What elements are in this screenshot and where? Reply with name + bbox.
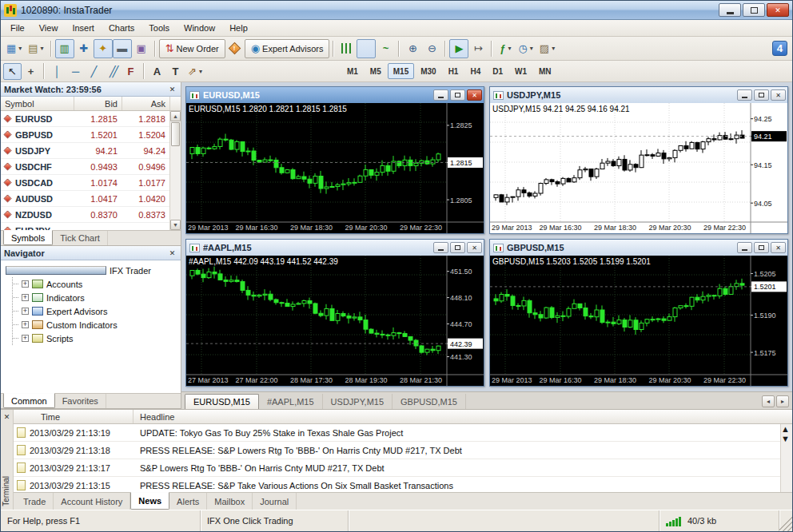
timeframe-h4[interactable]: H4 [464,63,486,79]
tab-symbols[interactable]: Symbols [3,230,53,245]
price-chart[interactable]: 94.2594.2194.1594.0529 Mar 201329 Mar 16… [490,103,787,233]
maximize-button[interactable] [743,3,765,17]
market-watch-row[interactable]: AUDUSD1.04171.0420 [1,191,169,207]
column-ask[interactable]: Ask [122,97,170,110]
expand-icon[interactable]: + [22,308,29,315]
news-row[interactable]: 2013/03/29 21:13:15PRESS RELEASE: S&P Ta… [14,477,780,492]
strategy-tester-button[interactable]: ▣ [132,39,151,58]
status-mode-text[interactable]: IFX One Click Trading [201,510,349,531]
chart-title-bar[interactable]: #AAPL,M15✕ [186,240,484,256]
tree-item-custom-indicators[interactable]: +Custom Indicators [13,318,179,332]
text-button[interactable]: A [148,63,166,80]
news-row[interactable]: 2013/03/29 21:13:18PRESS RELEASE: S&P Lo… [14,442,780,459]
bar-chart-button[interactable] [337,39,357,58]
auto-scroll-button[interactable]: ▶ [449,39,468,58]
tab-favorites[interactable]: Favorites [55,394,106,408]
chart-canvas[interactable]: 94.2594.2194.1594.0529 Mar 201329 Mar 16… [490,103,787,233]
tree-item-expert-advisors[interactable]: +Expert Advisors [13,304,179,318]
timeframe-w1[interactable]: W1 [509,63,532,79]
menu-window[interactable]: Window [177,22,222,34]
close-button[interactable]: ✕ [767,3,789,17]
chart-shift-button[interactable]: ↦ [468,39,488,58]
expand-icon[interactable]: + [22,335,29,342]
chart-tab-usdjpy-m15[interactable]: USDJPY,M15 [323,394,393,409]
expand-icon[interactable]: + [22,321,29,328]
tab-tick-chart[interactable]: Tick Chart [53,231,108,245]
timeframe-h1[interactable]: H1 [443,63,464,79]
new-chart-button[interactable]: ▦▾ [3,39,25,58]
chart-canvas[interactable]: 1.28251.28151.280529 Mar 201329 Mar 16:3… [186,103,484,233]
chart-minimize-button[interactable] [433,89,448,101]
market-watch-row[interactable]: EURJPY [1,223,169,230]
trendline-button[interactable]: ╱ [85,63,103,80]
new-order-button[interactable]: ⇅New Order [159,39,225,58]
tree-item-indicators[interactable]: +Indicators [13,291,179,304]
line-chart-button[interactable]: ~ [376,39,395,58]
notifications-button[interactable]: 4 [772,41,787,56]
terminal-close-icon[interactable]: ✕ [2,411,12,422]
market-watch-row[interactable]: NZDUSD0.83700.8373 [1,207,169,223]
chart-title-bar[interactable]: USDJPY,M15✕ [490,87,787,103]
alert-button[interactable]: ! [225,39,245,58]
market-watch-row[interactable]: USDCHF0.94930.9496 [1,159,169,175]
price-chart[interactable]: 451.50448.10444.70442.39441.3027 Mar 201… [186,256,484,386]
terminal-tab-account-history[interactable]: Account History [54,493,130,510]
navigator-close-icon[interactable]: ✕ [167,248,177,258]
terminal-tab-journal[interactable]: Journal [253,493,297,510]
crosshair-button[interactable]: + [22,63,40,80]
terminal-scrollbar[interactable]: ▲ ▼ [780,424,792,492]
tree-root[interactable]: IFX Trader [6,264,179,277]
data-window-button[interactable]: ✚ [74,39,94,58]
timeframe-m30[interactable]: M30 [415,63,441,79]
menu-view[interactable]: View [32,22,66,34]
scroll-thumb[interactable] [171,122,180,146]
market-watch-row[interactable]: GBPUSD1.52011.5204 [1,127,169,143]
chart-restore-button[interactable] [754,242,769,253]
chart-tab-eurusd-m15[interactable]: EURUSD,M15 [185,394,259,409]
menu-insert[interactable]: Insert [65,22,102,34]
tree-item-accounts[interactable]: +Accounts [13,277,179,291]
price-chart[interactable]: 1.28251.28151.280529 Mar 201329 Mar 16:3… [186,103,484,233]
chart-tab-gbpusd-m15[interactable]: GBPUSD,M15 [393,394,466,409]
market-watch-row[interactable]: USDJPY94.2194.24 [1,143,169,159]
navigator-toggle-button[interactable]: ✦ [94,39,113,58]
arrows-tool-button[interactable]: ⇗▾ [185,63,205,80]
chart-title-bar[interactable]: EURUSD,M15✕ [186,87,484,103]
news-row[interactable]: 2013/03/29 21:13:17S&P Lowers Rtg To 'BB… [14,459,780,477]
timeframe-m5[interactable]: M5 [365,63,387,79]
chart-restore-button[interactable] [754,89,769,101]
expand-icon[interactable]: + [22,294,29,301]
tab-scroll-right-icon[interactable]: ▸ [776,395,789,407]
chart-tab-aapl-m15[interactable]: #AAPL,M15 [259,394,323,409]
expert-advisors-button[interactable]: ◉Expert Advisors [245,39,330,58]
menu-file[interactable]: File [3,22,32,34]
menu-help[interactable]: Help [222,22,255,34]
terminal-tab-mailbox[interactable]: Mailbox [207,493,253,510]
market-watch-row[interactable]: USDCAD1.01741.0177 [1,175,169,191]
resize-grip[interactable] [779,510,792,531]
chart-canvas[interactable]: 1.52051.52011.51901.517529 Mar 201329 Ma… [490,256,787,386]
fibonacci-button[interactable]: F [122,63,140,80]
chart-close-button[interactable]: ✕ [771,242,786,253]
menu-charts[interactable]: Charts [102,22,141,34]
chart-restore-button[interactable] [450,89,465,101]
column-time[interactable]: Time [14,410,133,423]
scroll-up-icon[interactable]: ▲ [781,424,792,434]
templates-button[interactable]: ▨▾ [536,39,558,58]
chart-minimize-button[interactable] [737,242,752,253]
scroll-down-icon[interactable]: ▼ [170,220,181,230]
column-symbol[interactable]: Symbol [1,97,74,110]
market-watch-close-icon[interactable]: ✕ [167,84,177,94]
market-watch-toggle-button[interactable]: ▥ [55,39,74,58]
chart-title-bar[interactable]: GBPUSD,M15✕ [490,240,787,256]
timeframe-m15[interactable]: M15 [388,63,414,79]
cursor-button[interactable]: ↖ [3,63,22,80]
scroll-up-icon[interactable]: ▲ [170,111,181,121]
expand-icon[interactable]: + [22,280,29,288]
timeframe-d1[interactable]: D1 [487,63,508,79]
timeframe-m1[interactable]: M1 [341,63,364,79]
timeframe-mn[interactable]: MN [533,63,557,79]
chart-canvas[interactable]: 451.50448.10444.70442.39441.3027 Mar 201… [186,256,484,386]
market-watch-scrollbar[interactable]: ▲ ▼ [169,111,181,230]
tree-item-scripts[interactable]: +Scripts [13,332,179,345]
